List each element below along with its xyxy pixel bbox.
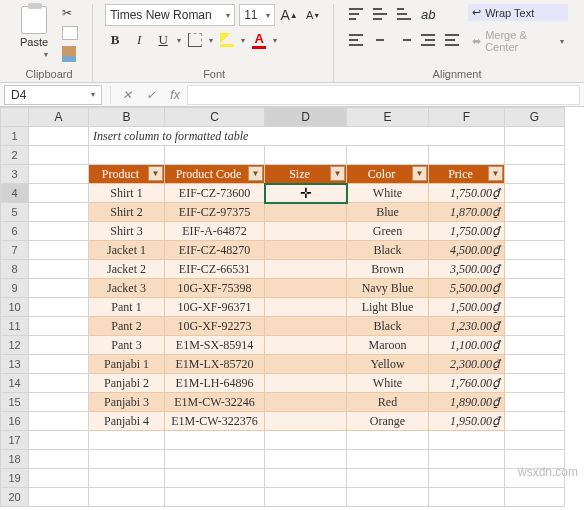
code-cell[interactable]: E1M-LX-85720 bbox=[165, 355, 265, 374]
cell[interactable] bbox=[165, 431, 265, 450]
code-cell[interactable]: EIF-CZ-97375 bbox=[165, 203, 265, 222]
cell[interactable] bbox=[29, 127, 89, 146]
cell[interactable] bbox=[265, 469, 347, 488]
cell[interactable] bbox=[29, 241, 89, 260]
grid[interactable]: A B C D E F G 1Insert column to formatte… bbox=[0, 107, 565, 507]
row-header[interactable]: 19 bbox=[1, 469, 29, 488]
paste-button[interactable]: Paste ▾ bbox=[16, 4, 52, 61]
font-size-combo[interactable]: 11 ▾ bbox=[239, 4, 275, 26]
row-header[interactable]: 13 bbox=[1, 355, 29, 374]
cell[interactable] bbox=[505, 279, 565, 298]
cell[interactable] bbox=[429, 146, 505, 165]
table-header-color[interactable]: Color▼ bbox=[347, 165, 429, 184]
row-header[interactable]: 7 bbox=[1, 241, 29, 260]
cell[interactable] bbox=[89, 146, 165, 165]
code-cell[interactable]: 10G-XF-75398 bbox=[165, 279, 265, 298]
cell[interactable] bbox=[29, 336, 89, 355]
code-cell[interactable]: EIF-CZ-66531 bbox=[165, 260, 265, 279]
price-cell[interactable]: 5,500.00₫ bbox=[429, 279, 505, 298]
cell[interactable] bbox=[265, 431, 347, 450]
code-cell[interactable]: E1M-CW-322376 bbox=[165, 412, 265, 431]
row-header[interactable]: 17 bbox=[1, 431, 29, 450]
cell[interactable] bbox=[347, 488, 429, 507]
orientation-button[interactable]: ab bbox=[418, 4, 438, 24]
font-name-combo[interactable]: Times New Roman ▾ bbox=[105, 4, 235, 26]
color-cell[interactable]: Red bbox=[347, 393, 429, 412]
cell[interactable] bbox=[347, 469, 429, 488]
color-cell[interactable]: White bbox=[347, 184, 429, 203]
row-header[interactable]: 12 bbox=[1, 336, 29, 355]
color-cell[interactable]: Navy Blue bbox=[347, 279, 429, 298]
code-cell[interactable]: EIF-CZ-73600 bbox=[165, 184, 265, 203]
size-cell[interactable] bbox=[265, 203, 347, 222]
cell[interactable] bbox=[505, 431, 565, 450]
cell[interactable] bbox=[29, 393, 89, 412]
col-header[interactable]: G bbox=[505, 108, 565, 127]
color-cell[interactable]: White bbox=[347, 374, 429, 393]
fill-color-button[interactable] bbox=[217, 30, 237, 50]
underline-button[interactable]: U bbox=[153, 30, 173, 50]
price-cell[interactable]: 3,500.00₫ bbox=[429, 260, 505, 279]
copy-button[interactable] bbox=[58, 24, 82, 42]
cell[interactable] bbox=[505, 298, 565, 317]
cell[interactable] bbox=[429, 450, 505, 469]
product-cell[interactable]: Panjabi 4 bbox=[89, 412, 165, 431]
align-bottom-button[interactable] bbox=[394, 4, 414, 24]
filter-button[interactable]: ▼ bbox=[488, 166, 503, 181]
color-cell[interactable]: Black bbox=[347, 317, 429, 336]
size-cell[interactable]: ✛ bbox=[265, 184, 347, 203]
code-cell[interactable]: 10G-XF-92273 bbox=[165, 317, 265, 336]
row-header[interactable]: 18 bbox=[1, 450, 29, 469]
cancel-button[interactable]: ✕ bbox=[115, 88, 139, 102]
color-cell[interactable]: Brown bbox=[347, 260, 429, 279]
cell[interactable] bbox=[89, 431, 165, 450]
code-cell[interactable]: EIF-CZ-48270 bbox=[165, 241, 265, 260]
price-cell[interactable]: 1,230.00₫ bbox=[429, 317, 505, 336]
increase-indent-button[interactable] bbox=[442, 30, 462, 50]
decrease-font-button[interactable]: A▼ bbox=[303, 5, 323, 25]
size-cell[interactable] bbox=[265, 393, 347, 412]
row-header[interactable]: 6 bbox=[1, 222, 29, 241]
color-cell[interactable]: Orange bbox=[347, 412, 429, 431]
filter-button[interactable]: ▼ bbox=[248, 166, 263, 181]
name-box[interactable]: D4 ▾ bbox=[4, 85, 102, 105]
cut-button[interactable]: ✂ bbox=[58, 4, 82, 22]
cell[interactable] bbox=[29, 431, 89, 450]
increase-font-button[interactable]: A▲ bbox=[279, 5, 299, 25]
cell[interactable] bbox=[347, 146, 429, 165]
code-cell[interactable]: E1M-LH-64896 bbox=[165, 374, 265, 393]
cell[interactable] bbox=[347, 431, 429, 450]
decrease-indent-button[interactable] bbox=[418, 30, 438, 50]
product-cell[interactable]: Jacket 3 bbox=[89, 279, 165, 298]
product-cell[interactable]: Pant 1 bbox=[89, 298, 165, 317]
row-header[interactable]: 8 bbox=[1, 260, 29, 279]
enter-button[interactable]: ✓ bbox=[139, 88, 163, 102]
row-header[interactable]: 4 bbox=[1, 184, 29, 203]
code-cell[interactable]: 10G-XF-96371 bbox=[165, 298, 265, 317]
cell[interactable] bbox=[505, 184, 565, 203]
row-header[interactable]: 1 bbox=[1, 127, 29, 146]
format-painter-button[interactable] bbox=[58, 44, 82, 64]
border-button[interactable] bbox=[185, 30, 205, 50]
price-cell[interactable]: 1,500.00₫ bbox=[429, 298, 505, 317]
filter-button[interactable]: ▼ bbox=[148, 166, 163, 181]
table-header-price[interactable]: Price▼ bbox=[429, 165, 505, 184]
cell[interactable] bbox=[29, 450, 89, 469]
row-header[interactable]: 5 bbox=[1, 203, 29, 222]
cell[interactable] bbox=[29, 469, 89, 488]
cell[interactable] bbox=[429, 469, 505, 488]
cell[interactable] bbox=[165, 450, 265, 469]
col-header[interactable]: A bbox=[29, 108, 89, 127]
cell[interactable] bbox=[29, 488, 89, 507]
row-header[interactable]: 16 bbox=[1, 412, 29, 431]
code-cell[interactable]: EIF-A-64872 bbox=[165, 222, 265, 241]
cell[interactable] bbox=[29, 298, 89, 317]
cell[interactable] bbox=[89, 450, 165, 469]
price-cell[interactable]: 1,890.00₫ bbox=[429, 393, 505, 412]
price-cell[interactable]: 2,300.00₫ bbox=[429, 355, 505, 374]
cell[interactable] bbox=[505, 412, 565, 431]
cell[interactable] bbox=[505, 127, 565, 146]
chevron-down-icon[interactable]: ▾ bbox=[209, 36, 213, 45]
align-right-button[interactable] bbox=[394, 30, 414, 50]
cell[interactable] bbox=[265, 488, 347, 507]
